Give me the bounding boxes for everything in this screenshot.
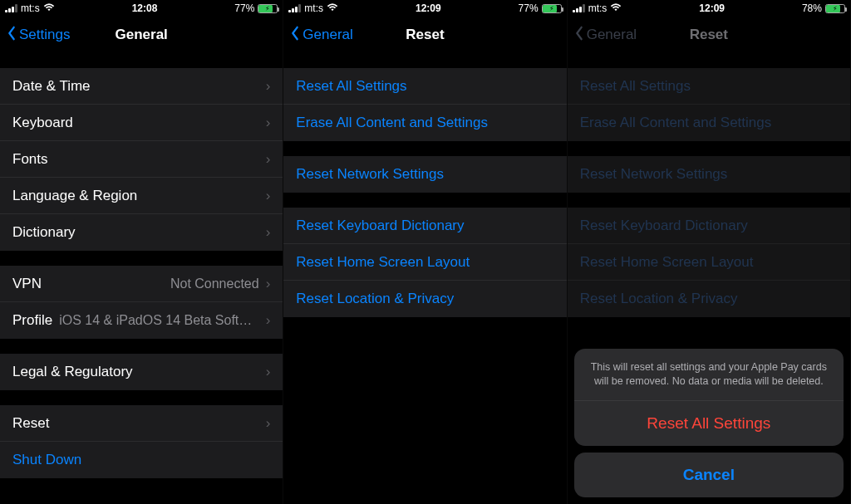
row-shut-down[interactable]: Shut Down (0, 442, 283, 478)
status-bar: mt:s 12:09 78% ⚡︎ (568, 0, 850, 17)
chevron-left-icon (7, 26, 17, 45)
profile-value: iOS 14 & iPadOS 14 Beta Softwar... (59, 313, 258, 328)
nav-bar: General Reset (568, 17, 850, 53)
chevron-right-icon: › (266, 115, 271, 131)
settings-list: Date & Time› Keyboard› Fonts› Language &… (0, 68, 283, 478)
chevron-right-icon: › (266, 151, 271, 168)
back-label: Settings (19, 27, 70, 43)
chevron-left-icon (574, 26, 584, 45)
row-reset-all-settings[interactable]: Reset All Settings (283, 68, 566, 105)
row-reset[interactable]: Reset› (0, 405, 283, 442)
wifi-icon (43, 2, 55, 14)
action-sheet-group: This will reset all settings and your Ap… (574, 349, 844, 446)
row-vpn[interactable]: VPNNot Connected› (0, 266, 283, 302)
action-sheet-cancel-group: Cancel (574, 453, 844, 497)
wifi-icon (327, 2, 338, 14)
cancel-button[interactable]: Cancel (574, 453, 844, 497)
chevron-right-icon: › (266, 78, 271, 95)
row-dictionary[interactable]: Dictionary› (0, 214, 283, 251)
charging-icon: ⚡︎ (549, 5, 554, 12)
action-sheet: This will reset all settings and your Ap… (574, 349, 844, 497)
battery-icon: ⚡︎ (542, 4, 562, 13)
battery-icon: ⚡︎ (258, 4, 278, 13)
signal-icon (573, 4, 585, 12)
back-label: General (303, 27, 352, 43)
row-fonts[interactable]: Fonts› (0, 141, 283, 178)
row-legal-regulatory[interactable]: Legal & Regulatory› (0, 354, 283, 390)
chevron-right-icon: › (266, 224, 271, 241)
row-keyboard[interactable]: Keyboard› (0, 105, 283, 141)
battery-pct-label: 77% (519, 2, 539, 14)
clock-label: 12:09 (416, 2, 441, 14)
chevron-right-icon: › (266, 415, 271, 432)
screen-general: mt:s 12:08 77% ⚡︎ Settings General Date … (0, 0, 283, 504)
carrier-label: mt:s (304, 2, 323, 14)
chevron-right-icon: › (266, 312, 271, 329)
status-bar: mt:s 12:08 77% ⚡︎ (0, 0, 283, 17)
screen-reset: mt:s 12:09 77% ⚡︎ General Reset Reset Al… (283, 0, 567, 504)
charging-icon: ⚡︎ (833, 5, 838, 12)
signal-icon (5, 4, 17, 12)
row-erase-all-content[interactable]: Erase All Content and Settings (283, 105, 566, 141)
chevron-right-icon: › (266, 276, 271, 292)
action-sheet-message: This will reset all settings and your Ap… (574, 349, 844, 401)
back-label: General (587, 27, 637, 43)
chevron-right-icon: › (266, 364, 271, 380)
battery-pct-label: 77% (234, 2, 254, 14)
carrier-label: mt:s (21, 2, 40, 14)
row-language-region[interactable]: Language & Region› (0, 178, 283, 214)
nav-bar: General Reset (283, 17, 566, 53)
vpn-status: Not Connected (48, 276, 259, 291)
wifi-icon (610, 2, 622, 14)
row-profile[interactable]: ProfileiOS 14 & iPadOS 14 Beta Softwar..… (0, 302, 283, 339)
screen-reset-confirm: mt:s 12:09 78% ⚡︎ General Reset Reset Al… (568, 0, 851, 504)
back-button: General (574, 26, 637, 45)
signal-icon (288, 4, 301, 12)
row-reset-keyboard-dict[interactable]: Reset Keyboard Dictionary (283, 208, 566, 244)
nav-bar: Settings General (0, 17, 283, 53)
row-reset-network[interactable]: Reset Network Settings (283, 156, 566, 193)
status-bar: mt:s 12:09 77% ⚡︎ (283, 0, 566, 17)
clock-label: 12:08 (132, 2, 158, 14)
chevron-right-icon: › (266, 188, 271, 204)
battery-pct-label: 78% (802, 2, 822, 14)
clock-label: 12:09 (699, 2, 725, 14)
reset-all-settings-button[interactable]: Reset All Settings (574, 401, 844, 446)
back-button[interactable]: General (290, 26, 352, 45)
row-date-time[interactable]: Date & Time› (0, 68, 283, 105)
chevron-left-icon (290, 26, 300, 45)
row-reset-location-privacy[interactable]: Reset Location & Privacy (283, 281, 566, 317)
charging-icon: ⚡︎ (265, 5, 270, 12)
back-button[interactable]: Settings (7, 26, 70, 45)
reset-list: Reset All Settings Erase All Content and… (283, 68, 566, 317)
carrier-label: mt:s (588, 2, 608, 14)
battery-icon: ⚡︎ (825, 4, 845, 13)
row-reset-home-layout[interactable]: Reset Home Screen Layout (283, 244, 566, 281)
